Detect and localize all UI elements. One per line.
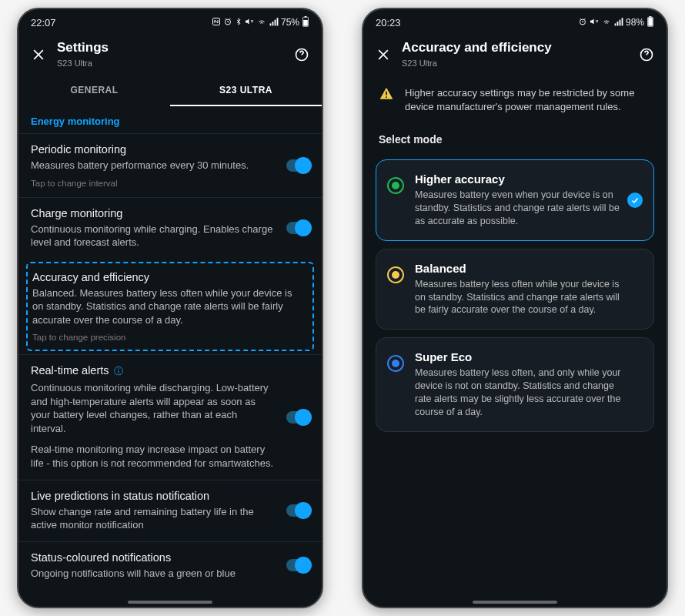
accuracy-content[interactable]: Higher accuracy settings may be restrict… (363, 75, 667, 607)
accuracy-screen: 20:23 98% Accuracy and efficiency S23 Ul… (362, 8, 668, 608)
setting-hint: Tap to change precision (32, 333, 308, 342)
option-title: Super Eco (415, 350, 643, 363)
svg-rect-9 (303, 19, 308, 25)
setting-desc: Ongoing notifications will have a green … (31, 567, 309, 581)
toggle-charge[interactable] (286, 222, 309, 234)
toggle-live-predictions[interactable] (286, 504, 309, 517)
svg-rect-27 (386, 92, 387, 95)
option-desc: Measures battery even when your device i… (415, 189, 643, 228)
mute-icon (590, 17, 599, 28)
toggle-periodic[interactable] (286, 159, 309, 172)
svg-rect-4 (270, 23, 272, 25)
setting-title: Real-time alerts ⓘ (31, 364, 309, 378)
setting-title: Status-coloured notifications (31, 551, 309, 564)
mute-icon (245, 17, 254, 28)
status-bar: 22:07 75% (18, 9, 322, 32)
setting-periodic-monitoring[interactable]: Periodic monitoring Measures battery per… (18, 133, 322, 197)
svg-rect-28 (386, 96, 387, 98)
nfc-icon (212, 17, 221, 28)
setting-accuracy-efficiency[interactable]: Accuracy and efficiency Balanced. Measur… (26, 262, 314, 352)
setting-live-predictions[interactable]: Live predictions in status notification … (18, 480, 322, 541)
wifi-icon (256, 17, 267, 28)
app-header: Settings S23 Ultra (18, 32, 322, 75)
page-subtitle: S23 Ultra (402, 59, 437, 68)
radio-icon (387, 266, 404, 283)
status-right: 98% (577, 16, 654, 29)
battery-icon (302, 16, 309, 29)
battery-percent: 98% (626, 17, 644, 28)
setting-hint: Tap to change interval (31, 179, 309, 188)
svg-rect-20 (622, 18, 623, 25)
svg-rect-18 (617, 22, 619, 25)
page-title: Settings (57, 40, 283, 55)
page-title: Accuracy and efficiency (402, 40, 628, 55)
setting-desc: Measures battery performance every 30 mi… (31, 159, 309, 172)
setting-realtime-alerts[interactable]: Real-time alerts ⓘ Continuous monitoring… (18, 354, 322, 479)
setting-charge-monitoring[interactable]: Charge monitoring Continuous monitoring … (18, 197, 322, 259)
svg-rect-10 (305, 16, 307, 17)
setting-title: Periodic monitoring (31, 143, 309, 156)
help-icon[interactable] (639, 47, 654, 62)
setting-title: Live predictions in status notification (31, 490, 309, 502)
radio-icon (387, 177, 404, 194)
tab-device[interactable]: S23 ULTRA (170, 75, 322, 106)
app-header: Accuracy and efficiency S23 Ultra (363, 32, 667, 75)
settings-list[interactable]: Energy monitoring Periodic monitoring Me… (18, 106, 322, 607)
bluetooth-icon (235, 17, 242, 28)
tabs: GENERAL S23 ULTRA (18, 75, 322, 106)
warning-icon (379, 86, 394, 113)
option-higher-accuracy[interactable]: Higher accuracy Measures battery even wh… (376, 159, 654, 241)
toggle-status-coloured[interactable] (286, 559, 309, 571)
option-balanced[interactable]: Balanced Measures battery less often whi… (376, 249, 654, 330)
svg-rect-22 (648, 18, 653, 25)
battery-percent: 75% (281, 17, 299, 28)
setting-desc: Balanced. Measures battery less often wh… (32, 286, 308, 327)
signal-icon (269, 17, 279, 28)
help-icon[interactable] (294, 47, 309, 62)
section-energy-monitoring: Energy monitoring (18, 106, 322, 133)
setting-title: Accuracy and efficiency (32, 271, 308, 283)
tab-general[interactable]: GENERAL (18, 75, 170, 106)
svg-rect-17 (615, 23, 616, 25)
section-select-mode: Select mode (363, 119, 667, 152)
toggle-realtime[interactable] (286, 411, 309, 424)
option-desc: Measures battery less often, and only wh… (415, 367, 643, 419)
info-icon[interactable]: ⓘ (114, 366, 123, 377)
option-title: Higher accuracy (415, 172, 643, 186)
signal-icon (614, 17, 623, 28)
alarm-icon (223, 17, 232, 28)
battery-icon (647, 16, 654, 29)
setting-desc: Continuous monitoring while discharging.… (31, 381, 309, 435)
setting-desc2: Real-time monitoring may increase impact… (31, 443, 309, 470)
status-time: 22:07 (31, 17, 56, 28)
setting-title: Charge monitoring (31, 207, 309, 219)
svg-rect-23 (650, 16, 652, 17)
option-super-eco[interactable]: Super Eco Measures battery less often, a… (376, 337, 654, 432)
status-time: 20:23 (376, 17, 401, 28)
setting-desc: Show change rate and remaining battery l… (31, 505, 309, 532)
setting-desc: Continuous monitoring while charging. En… (31, 223, 309, 249)
page-subtitle: S23 Ultra (57, 59, 92, 68)
option-desc: Measures battery less often while your d… (415, 278, 643, 317)
alarm-icon (578, 17, 587, 28)
setting-status-coloured[interactable]: Status-coloured notifications Ongoing no… (18, 541, 322, 590)
option-title: Balanced (415, 262, 643, 275)
warning-text: Higher accuracy settings may be restrict… (405, 86, 651, 113)
status-right: 75% (211, 16, 309, 29)
check-icon (627, 192, 643, 208)
svg-rect-19 (620, 19, 621, 25)
svg-rect-7 (277, 18, 279, 25)
close-icon[interactable] (31, 47, 46, 62)
svg-rect-6 (275, 19, 276, 25)
settings-screen: 22:07 75% Settings S23 Ultra GENERAL S23… (17, 8, 323, 608)
radio-icon (387, 355, 404, 372)
close-icon[interactable] (376, 47, 391, 62)
status-bar: 20:23 98% (363, 9, 667, 32)
warning-banner: Higher accuracy settings may be restrict… (363, 75, 667, 119)
svg-rect-5 (272, 22, 274, 25)
wifi-icon (601, 17, 612, 28)
